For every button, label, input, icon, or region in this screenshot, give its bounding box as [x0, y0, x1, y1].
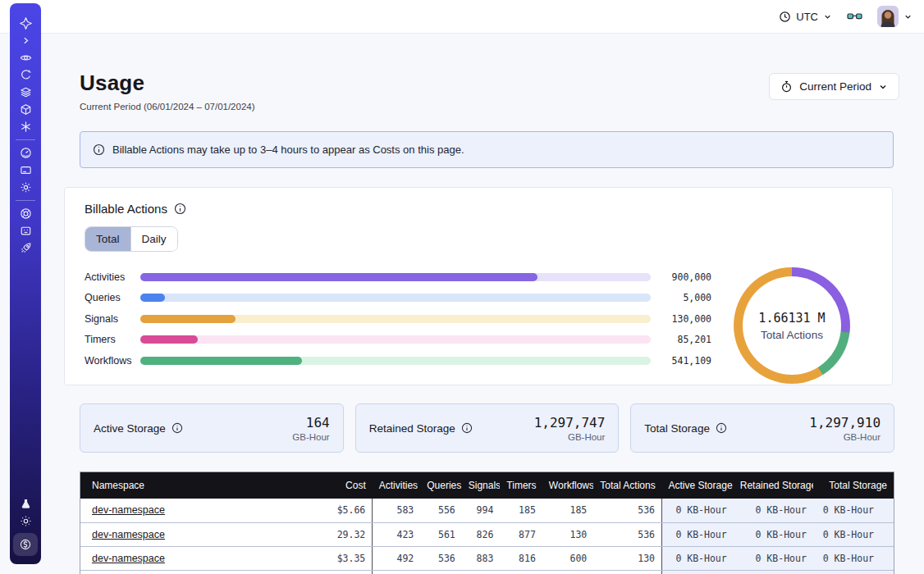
- timezone-selector[interactable]: UTC: [779, 11, 832, 23]
- sidebar-item-usage[interactable]: [10, 144, 41, 162]
- cell-workflows: 185: [542, 499, 593, 522]
- history-icon: [20, 69, 32, 81]
- billable-actions-title: Billable Actions: [85, 202, 167, 216]
- cell-signals: 826: [462, 522, 501, 546]
- total-storage-card: Total Storage 1,297,910 GB-Hour: [630, 403, 894, 453]
- retained-storage-value: 1,297,747: [534, 415, 606, 430]
- namespace-link[interactable]: dev-namespace: [92, 529, 165, 540]
- sidebar-item-nexus[interactable]: [10, 118, 41, 135]
- billable-actions-card: Billable Actions Total Daily Activities …: [64, 187, 893, 385]
- bar-track: [140, 357, 651, 365]
- period-select-button[interactable]: Current Period: [769, 73, 899, 100]
- sidebar-nav: [10, 3, 41, 564]
- cell-cost: 29.32: [296, 522, 373, 546]
- cell-workflows: 130: [542, 522, 593, 546]
- cell-activities: 492: [373, 546, 420, 570]
- active-storage-unit: GB-Hour: [292, 432, 329, 442]
- cell-timers: [500, 570, 542, 574]
- billable-actions-chart: Activities 900,000 Queries 5,000 Signals…: [85, 265, 872, 384]
- sidebar-item-console[interactable]: [10, 222, 41, 239]
- info-icon[interactable]: [172, 422, 183, 434]
- tab-daily[interactable]: Daily: [130, 227, 177, 251]
- cell-active-storage: 0 KB-Hour: [662, 546, 734, 570]
- period-select-label: Current Period: [799, 80, 871, 93]
- bar-row-timers: Timers 85,201: [85, 330, 711, 351]
- cell-queries: [420, 570, 462, 574]
- cell-queries: 556: [420, 499, 462, 522]
- sidebar-divider: [16, 139, 35, 140]
- active-storage-card: Active Storage 164 GB-Hour: [80, 403, 344, 453]
- sidebar-divider: [16, 200, 35, 201]
- col-queries: Queries: [420, 472, 462, 499]
- sidebar-item-labs[interactable]: [10, 495, 41, 512]
- table-row: dev-namespace 29.32 423 561 826 877 130 …: [80, 522, 894, 546]
- total-storage-label: Total Storage: [644, 422, 710, 435]
- cell-active-storage: [662, 570, 734, 574]
- sidebar-item-packages[interactable]: [10, 101, 41, 118]
- bar-row-activities: Activities 900,000: [85, 266, 711, 288]
- sidebar-item-theme[interactable]: [10, 512, 41, 530]
- total-actions-value: 1.66131 M: [758, 311, 825, 326]
- sidebar-item-deployments[interactable]: [10, 84, 41, 101]
- sidebar-item-support[interactable]: [10, 205, 41, 222]
- storage-cards: Active Storage 164 GB-Hour Retained Stor…: [80, 403, 894, 453]
- col-cost: Cost: [296, 472, 373, 499]
- tab-total[interactable]: Total: [85, 227, 130, 251]
- cell-total-storage: [813, 570, 894, 574]
- cell-cost: [296, 570, 373, 574]
- sidebar-item-billing[interactable]: [10, 162, 41, 179]
- bar-fill: [140, 294, 165, 302]
- cell-workflows: [542, 570, 593, 574]
- bar-value: 900,000: [664, 271, 711, 283]
- billable-actions-header: Billable Actions: [85, 202, 872, 216]
- sidebar-item-getting-started[interactable]: [10, 239, 41, 257]
- sidebar-item-namespaces[interactable]: [10, 49, 41, 66]
- user-menu[interactable]: [877, 6, 913, 27]
- bar-track: [140, 315, 651, 323]
- bar-value: 541,109: [664, 355, 711, 367]
- cell-cost: $3.35: [296, 546, 373, 570]
- info-icon[interactable]: [174, 203, 186, 215]
- temporal-logo-icon: [19, 16, 33, 30]
- bar-row-signals: Signals 130,000: [85, 308, 711, 330]
- flask-icon: [20, 498, 32, 510]
- sidebar-item-schedules[interactable]: [10, 66, 41, 84]
- rocket-icon: [20, 242, 32, 254]
- cell-retained-storage: 0 KB-Hour: [734, 522, 813, 546]
- view-toggle: Total Daily: [85, 226, 178, 252]
- cell-timers: 816: [500, 546, 542, 570]
- bar-label: Signals: [85, 313, 140, 325]
- sidebar-item-collapse[interactable]: [10, 32, 41, 49]
- lifebuoy-icon: [20, 207, 32, 220]
- cell-workflows: 600: [542, 546, 593, 570]
- cell-total-storage: 0 KB-Hour: [813, 546, 894, 570]
- feedback-glasses-button[interactable]: [847, 11, 862, 22]
- namespace-link[interactable]: dev-namespace: [92, 553, 165, 564]
- clock-icon: [779, 11, 791, 23]
- bar-label: Timers: [85, 334, 140, 345]
- cell-activities: [373, 570, 420, 574]
- retained-storage-card: Retained Storage 1,297,747 GB-Hour: [355, 403, 620, 453]
- table-row: dev-namespace $3.35 492 536 883 816 600 …: [80, 546, 894, 570]
- namespace-link[interactable]: dev-namespace: [92, 504, 165, 516]
- top-bar: UTC: [0, 0, 924, 34]
- info-icon[interactable]: [716, 422, 727, 434]
- retained-storage-label: Retained Storage: [369, 422, 455, 435]
- bar-chart: Activities 900,000 Queries 5,000 Signals…: [85, 265, 711, 371]
- avatar: [877, 6, 899, 27]
- asterisk-icon: [20, 121, 32, 133]
- cell-signals: [462, 570, 501, 574]
- namespace-usage-table: Namespace Cost Activities Queries Signal…: [80, 472, 894, 574]
- info-icon: [93, 144, 105, 156]
- sidebar-item-settings[interactable]: [10, 179, 41, 196]
- dollar-coin-icon: [19, 538, 32, 551]
- col-total-storage: Total Storage: [813, 472, 894, 499]
- active-storage-label: Active Storage: [94, 422, 166, 435]
- col-retained-storage: Retained Storage: [734, 472, 813, 499]
- sidebar-item-home[interactable]: [10, 15, 41, 32]
- cell-queries: 536: [420, 546, 462, 570]
- sidebar-item-credits[interactable]: [13, 533, 38, 556]
- cell-activities: 423: [373, 522, 420, 546]
- info-icon[interactable]: [461, 422, 473, 434]
- bar-fill: [140, 335, 198, 344]
